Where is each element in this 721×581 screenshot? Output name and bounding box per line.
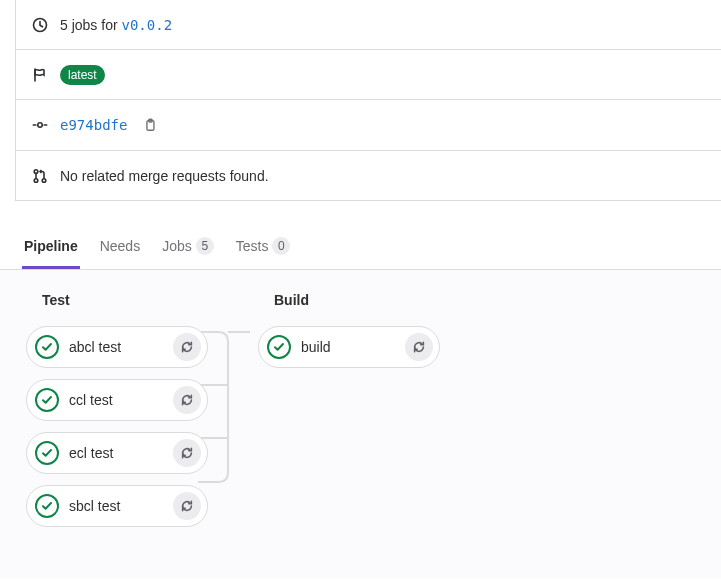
retry-button[interactable]: [173, 333, 201, 361]
merge-request-text: No related merge requests found.: [60, 168, 269, 184]
copy-sha-button[interactable]: [139, 114, 161, 136]
jobs-count-badge: 5: [196, 237, 214, 255]
retry-icon: [180, 446, 194, 460]
commit-sha-link[interactable]: e974bdfe: [60, 117, 127, 133]
job-build[interactable]: build: [258, 326, 440, 368]
job-abcl-test[interactable]: abcl test: [26, 326, 208, 368]
svg-rect-3: [43, 124, 47, 126]
job-sbcl-test[interactable]: sbcl test: [26, 485, 208, 527]
tab-tests-label: Tests: [236, 238, 269, 254]
retry-button[interactable]: [173, 492, 201, 520]
job-name: ecl test: [69, 445, 173, 461]
tab-tests[interactable]: Tests 0: [234, 223, 293, 269]
retry-icon: [412, 340, 426, 354]
retry-button[interactable]: [173, 386, 201, 414]
clock-icon: [32, 17, 48, 33]
retry-button[interactable]: [173, 439, 201, 467]
job-ccl-test[interactable]: ccl test: [26, 379, 208, 421]
svg-point-1: [38, 123, 42, 127]
tab-jobs-label: Jobs: [162, 238, 192, 254]
job-name: sbcl test: [69, 498, 173, 514]
merge-request-icon: [32, 168, 48, 184]
job-name: abcl test: [69, 339, 173, 355]
job-name: build: [301, 339, 405, 355]
clipboard-icon: [143, 118, 157, 132]
merge-request-row: No related merge requests found.: [16, 151, 721, 201]
status-passed-icon: [267, 335, 291, 359]
job-ecl-test[interactable]: ecl test: [26, 432, 208, 474]
jobs-summary-text: 5 jobs for v0.0.2: [60, 17, 172, 33]
stage-test-title: Test: [42, 292, 208, 308]
stage-build: Build build: [258, 290, 440, 538]
stage-test: Test abcl test: [26, 290, 208, 538]
status-passed-icon: [35, 441, 59, 465]
job-name: ccl test: [69, 392, 173, 408]
latest-row: latest: [16, 50, 721, 100]
svg-point-6: [34, 169, 38, 173]
retry-icon: [180, 393, 194, 407]
stage-build-title: Build: [274, 292, 440, 308]
status-passed-icon: [35, 388, 59, 412]
status-passed-icon: [35, 335, 59, 359]
tests-count-badge: 0: [272, 237, 290, 255]
flag-icon: [32, 67, 48, 83]
commit-row: e974bdfe: [16, 100, 721, 151]
svg-point-8: [42, 178, 46, 182]
tab-jobs[interactable]: Jobs 5: [160, 223, 216, 269]
commit-icon: [32, 117, 48, 133]
retry-icon: [180, 340, 194, 354]
svg-rect-2: [33, 124, 37, 126]
pipeline-tabs: Pipeline Needs Jobs 5 Tests 0: [0, 223, 721, 270]
pipeline-graph: Test abcl test: [0, 270, 721, 578]
status-passed-icon: [35, 494, 59, 518]
retry-button[interactable]: [405, 333, 433, 361]
version-link[interactable]: v0.0.2: [121, 17, 172, 33]
pipeline-info-panel: 5 jobs for v0.0.2 latest e974bdfe: [15, 0, 721, 201]
latest-badge: latest: [60, 65, 105, 85]
jobs-summary-row: 5 jobs for v0.0.2: [16, 0, 721, 50]
svg-point-7: [34, 178, 38, 182]
tab-pipeline[interactable]: Pipeline: [22, 223, 80, 269]
tab-needs[interactable]: Needs: [98, 223, 142, 269]
retry-icon: [180, 499, 194, 513]
